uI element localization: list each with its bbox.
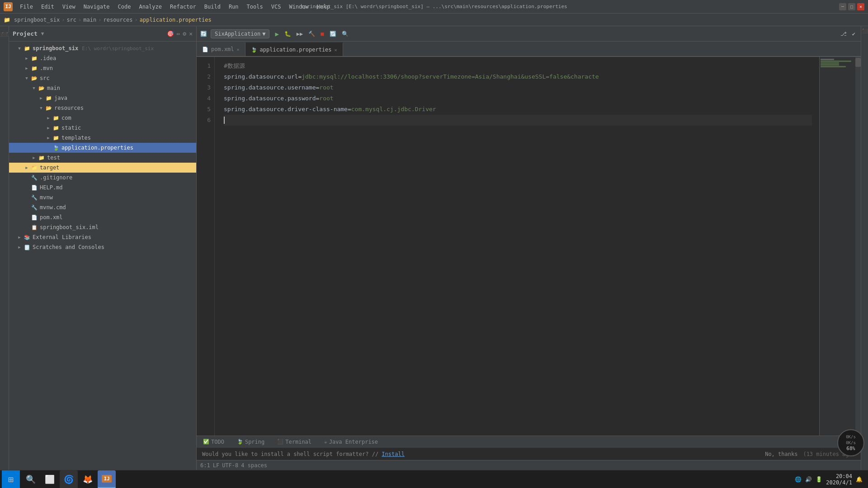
breadcrumb-project[interactable]: springboot_six [14,17,60,23]
line4-eq: = [316,93,320,104]
tab-terminal[interactable]: ⬛ Terminal [274,438,314,446]
taskbar-intellij[interactable]: IJ [98,470,116,488]
close-panel-icon[interactable]: ✕ [189,30,193,37]
breadcrumb-main[interactable]: main [83,17,96,23]
install-link[interactable]: Install [382,451,405,457]
maximize-button[interactable]: □ [848,3,855,10]
vcs-icon[interactable]: ⎇ [839,30,849,38]
tree-item-com[interactable]: ▶ 📁 com [9,113,196,123]
code-editor[interactable]: #数据源 spring.datasource.url=jdbc:mysql://… [217,57,819,436]
taskbar-firefox[interactable]: 🦊 [79,470,97,488]
minimize-button[interactable]: ─ [839,3,846,10]
tree-label-idea: .idea [40,55,56,61]
menu-tools[interactable]: Tools [243,3,267,11]
expand-icon[interactable]: ⇔ [177,30,180,37]
stop-button[interactable]: ■ [319,30,326,38]
right-panel: ⬛ [861,26,868,470]
tree-item-scratches[interactable]: ▶ 🗒️ Scratches and Consoles [9,242,196,252]
tree-item-mvn[interactable]: ▶ 📁 .mvn [9,63,196,73]
panel-dropdown-icon[interactable]: ▼ [41,31,44,37]
battery-icon: 🔋 [816,476,822,483]
taskbar-task-view[interactable]: ⬜ [41,470,59,488]
tree-item-java[interactable]: ▶ 📁 java [9,93,196,103]
menu-run[interactable]: Run [225,3,242,11]
tab-todo[interactable]: ✅ TODO [200,438,227,446]
folder-icon-root: 📁 [24,45,31,52]
tab-appprops[interactable]: 🍃 application.properties ✕ [245,42,343,56]
iml-icon: 📋 [31,224,38,231]
tree-item-target[interactable]: ▶ 📁 target [9,163,196,173]
volume-icon: 🔊 [805,476,812,483]
tree-item-mvnw[interactable]: 🔧 mvnw [9,192,196,202]
editor-scrollbar[interactable] [855,57,861,436]
menu-code[interactable]: Code [114,3,135,11]
tab-spring[interactable]: 🍃 Spring [234,438,267,446]
dismiss-link[interactable]: No, thanks [765,451,797,457]
breadcrumb-file[interactable]: application.properties [140,17,212,23]
tree-item-help[interactable]: 📄 HELP.md [9,183,196,192]
code-line-3: spring.datasource.username=root [224,82,812,93]
tree-item-extlibs[interactable]: ▶ 📚 External Libraries [9,232,196,242]
menu-analyze[interactable]: Analyze [135,3,165,11]
tree-item-main[interactable]: ▼ 📂 main [9,83,196,93]
menu-refactor[interactable]: Refactor [166,3,200,11]
scratches-icon: 🗒️ [24,244,31,251]
line2-key: spring.datasource.url [224,71,298,82]
search-everywhere-button[interactable]: 🔍 [340,30,350,38]
status-indent[interactable]: 4 spaces [241,462,267,469]
menu-vcs[interactable]: VCS [268,3,285,11]
tree-item-gitignore[interactable]: 🔧 .gitignore [9,173,196,183]
minimap[interactable] [819,57,855,436]
tree-item-test[interactable]: ▶ 📁 test [9,153,196,163]
menu-edit[interactable]: Edit [38,3,58,11]
notification-center-icon[interactable]: 🔔 [856,476,863,483]
git-status-icon[interactable]: ✔ [850,30,857,38]
settings-icon[interactable]: ⚙ [183,30,186,37]
tree-item-static[interactable]: ▶ 📁 static [9,123,196,133]
tab-java-enterprise[interactable]: ☕ Java Enterprise [321,438,381,446]
tree-item-appprops[interactable]: 🍃 application.properties [9,143,196,153]
tree-item-idea[interactable]: ▶ 📁 .idea [9,53,196,63]
menu-file[interactable]: File [16,3,37,11]
menu-view[interactable]: View [59,3,79,11]
locate-icon[interactable]: 🎯 [167,30,174,37]
editor-toolbar: 🔄 SixApplication ▼ ▶ 🐛 ▶▶ 🔨 ■ 🔃 🔍 ⎇ ✔ [197,26,861,42]
close-button[interactable]: ✕ [857,3,864,10]
arrow-src: ▼ [24,76,30,80]
menu-build[interactable]: Build [201,3,224,11]
tab-pomxml[interactable]: 📄 pom.xml ✕ [197,42,245,56]
sync-icon[interactable]: 🔄 [200,31,207,37]
tree-item-resources[interactable]: ▼ 📂 resources [9,103,196,113]
start-button[interactable]: ⊞ [2,470,20,488]
title-bar: IJ File Edit View Navigate Code Analyze … [0,0,868,14]
project-panel: Project ▼ 🎯 ⇔ ⚙ ✕ ▼ 📁 springboot_six E:\… [9,26,197,470]
close-pomxml-button[interactable]: ✕ [237,47,240,52]
tree-item-root[interactable]: ▼ 📁 springboot_six E:\ wordr\springboot_… [9,43,196,53]
status-line-ending[interactable]: LF [213,462,219,469]
io-down: 0K/s [846,440,856,446]
menu-navigate[interactable]: Navigate [80,3,113,11]
run-coverage-button[interactable]: ▶▶ [295,30,305,38]
editor-content[interactable]: 1 2 3 4 5 6 #数据源 spring.datasource.url=j… [197,57,861,436]
build-button[interactable]: 🔨 [307,30,317,38]
md-icon-help: 📄 [31,184,38,191]
run-button[interactable]: ▶ [273,29,280,38]
tree-item-iml[interactable]: 📋 springboot_six.iml [9,222,196,232]
debug-button[interactable]: 🐛 [283,30,293,38]
clock-time: 20:04 [826,473,852,479]
breadcrumb-src[interactable]: src [66,17,76,23]
status-encoding[interactable]: UTF-8 [222,462,238,469]
close-appprops-button[interactable]: ✕ [335,47,337,52]
taskbar-search[interactable]: 🔍 [22,470,40,488]
reload-button[interactable]: 🔃 [328,30,338,38]
tree-item-templates[interactable]: ▶ 📁 templates [9,133,196,143]
scrollbar-thumb[interactable] [855,58,861,67]
tree-item-mvnwcmd[interactable]: 🔧 mvnw.cmd [9,202,196,212]
right-toolbar-icons: ⎇ ✔ [839,30,857,38]
tree-item-src[interactable]: ▼ 📂 src [9,73,196,83]
taskbar-browser[interactable]: 🌀 [60,470,78,488]
tree-item-pomxml[interactable]: 📄 pom.xml [9,212,196,222]
project-dropdown[interactable]: SixApplication ▼ [211,29,269,38]
breadcrumb-resources[interactable]: resources [103,17,132,23]
tab-spring-label: Spring [245,439,264,445]
